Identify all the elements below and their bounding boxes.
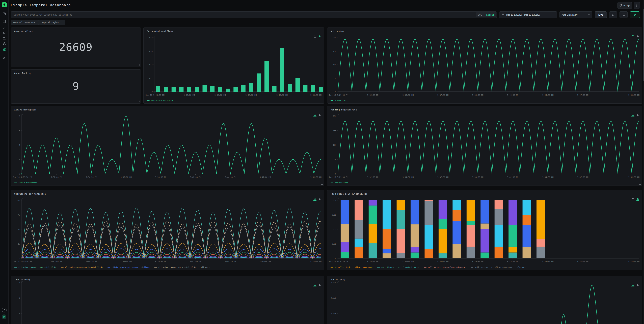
line-chart-toggle-icon[interactable] — [632, 283, 634, 287]
legend-item[interactable]: poll_success_syn..-flow-task-queue — [424, 266, 466, 268]
bar-chart-toggle-icon[interactable] — [636, 197, 639, 201]
chart-type-toggle — [314, 113, 321, 116]
date-range-picker[interactable]: Dec 16 17:29:30 - Dec 16 17:51:30 — [499, 11, 557, 18]
legend-item[interactable]: active namespaces — [14, 182, 38, 184]
svg-text:Dec 16 5:29:30 PM: Dec 16 5:29:30 PM — [329, 261, 348, 263]
dashboards-grid-icon[interactable] — [2, 47, 6, 51]
bar-chart-toggle-icon[interactable] — [318, 35, 321, 38]
task-queue-poll-outcomes-chart[interactable]: 0.20.150.10.050Dec 16 5:29:30 PM5:32:00 … — [328, 198, 641, 264]
app-logo-icon[interactable] — [2, 2, 7, 7]
bar-chart-toggle-icon[interactable] — [318, 198, 321, 201]
pending-requests-chart[interactable]: 20K15K10K5K0Dec 16 5:29:30 PM5:32:00 PM5… — [328, 114, 641, 180]
legend-swatch — [377, 267, 380, 268]
svg-text:0.038: 0.038 — [331, 282, 336, 284]
legend-item[interactable]: poll_success · c..-flow-task-queue — [470, 266, 512, 268]
bar-chart-toggle-icon[interactable] — [636, 284, 639, 287]
sessions-laptop-icon[interactable] — [2, 36, 6, 40]
svg-text:5:44:30 PM: 5:44:30 PM — [542, 176, 554, 178]
legend-item[interactable]: clickpipes-aws-p..-us-east-1.12c4n — [108, 266, 150, 268]
legend-item[interactable]: no_poller_tasks ..-flow-task-queue — [330, 266, 372, 268]
bar-chart-toggle-icon[interactable] — [636, 113, 639, 116]
legend-label: successful workflows — [151, 100, 173, 102]
operations-per-namespace-chart[interactable]: 1007550250Dec 16 5:29:30 PM5:32:00 PM5:3… — [12, 198, 323, 264]
resize-handle[interactable] — [639, 183, 641, 185]
granularity-select[interactable]: Auto Granularity — [560, 11, 592, 18]
line-chart-toggle-icon[interactable] — [632, 198, 634, 201]
legend-more-link[interactable]: +12 more — [201, 266, 210, 268]
legend-label: poll_success · c..-flow-task-queue — [475, 266, 512, 268]
search-table-icon[interactable] — [2, 19, 6, 23]
svg-text:25: 25 — [18, 243, 20, 245]
bar-chart-toggle-icon[interactable] — [636, 35, 639, 38]
legend-item[interactable]: requests/sec — [330, 182, 348, 184]
legend-item[interactable]: successful workflows — [147, 100, 173, 102]
resize-handle[interactable] — [639, 101, 641, 102]
user-avatar[interactable]: D — [2, 315, 6, 319]
lucene-toggle[interactable]: Lucene — [486, 13, 494, 16]
legend-label: poll_success_syn..-flow-task-queue — [428, 266, 466, 268]
resize-handle[interactable] — [321, 101, 323, 102]
legend-item[interactable]: clickpipes-aws-p..outheast-2.12c4n — [154, 266, 196, 268]
svg-text:4: 4 — [19, 282, 20, 284]
legend-item[interactable]: action/sec — [330, 100, 346, 102]
svg-text:5:39:30 PM: 5:39:30 PM — [472, 261, 484, 263]
bar-chart-toggle-icon[interactable] — [318, 113, 321, 116]
line-chart-toggle-icon[interactable] — [314, 113, 316, 116]
svg-text:5:34:30 PM: 5:34:30 PM — [402, 261, 414, 263]
panel-title: Pending requests/sec — [330, 108, 357, 111]
legend-more-link[interactable]: +56 more — [517, 266, 526, 268]
chart-explorer-icon[interactable] — [2, 26, 6, 30]
resize-handle[interactable] — [639, 267, 641, 269]
line-chart-toggle-icon[interactable] — [632, 35, 634, 38]
service-map-icon[interactable] — [2, 41, 6, 45]
p95-latency-chart[interactable]: 0.0380.0290.019 — [328, 281, 641, 324]
settings-gear-icon[interactable] — [2, 56, 6, 60]
line-chart-toggle-icon[interactable] — [632, 113, 634, 116]
panel-title: Open Workflows — [14, 30, 33, 32]
panel-successful-workflows: Successful workflows 0.80.60.40.20Dec 16… — [144, 27, 324, 104]
resize-handle[interactable] — [321, 267, 323, 269]
svg-text:5:44:30 PM: 5:44:30 PM — [225, 261, 236, 263]
svg-text:5:51:00 PM: 5:51:00 PM — [628, 94, 640, 96]
svg-text:0: 0 — [335, 173, 336, 175]
resize-handle[interactable] — [138, 64, 140, 66]
alerts-bell-icon[interactable] — [2, 31, 6, 35]
line-chart-toggle-icon[interactable] — [314, 283, 316, 287]
legend-swatch — [154, 267, 157, 268]
legend-item[interactable]: clickpipes-aws-p..outheast-2.12c4n — [61, 266, 103, 268]
query-language-toggle: SQL | Lucene — [476, 12, 496, 17]
help-button[interactable]: ? — [2, 308, 6, 313]
filter-temporal-namespace[interactable]: Temporal namespace — [11, 20, 42, 25]
tags-button[interactable]: 0 Tags — [618, 2, 632, 9]
run-query-button[interactable] — [630, 11, 640, 18]
filter-edit-button[interactable] — [620, 11, 628, 18]
actions-per-sec-chart[interactable]: 200150100500Dec 16 5:29:30 PM5:32:00 PM5… — [328, 35, 641, 98]
svg-text:8: 8 — [19, 115, 20, 117]
legend-item[interactable]: poll_timeout · c..-flow-task-queue — [377, 266, 419, 268]
resize-handle[interactable] — [138, 101, 140, 102]
legend-item[interactable]: clickpipes-aws-p..-us-east-2.12c4n — [14, 266, 56, 268]
kebab-menu-icon — [636, 4, 637, 7]
resize-handle[interactable] — [321, 183, 323, 185]
bar-chart-toggle-icon[interactable] — [318, 284, 321, 287]
more-options-button[interactable] — [634, 2, 640, 9]
scrollbar-track[interactable] — [643, 0, 644, 324]
task-backlog-chart[interactable]: 432 — [12, 281, 323, 324]
refresh-icon — [612, 13, 615, 16]
svg-text:Dec 16 5:29:30 PM: Dec 16 5:29:30 PM — [146, 94, 164, 96]
active-namespaces-chart[interactable]: 86420Dec 16 5:29:30 PM5:32:00 PM5:34:30 … — [12, 114, 323, 180]
line-chart-toggle-icon[interactable] — [314, 35, 316, 38]
line-chart-toggle-icon[interactable] — [314, 197, 316, 201]
refresh-button[interactable] — [609, 11, 617, 18]
collapse-sidebar-icon[interactable] — [2, 12, 6, 16]
chart-legend: requests/sec — [330, 182, 348, 184]
scrollbar-thumb[interactable] — [643, 9, 644, 81]
live-button[interactable]: Live — [595, 11, 607, 18]
svg-text:0.019: 0.019 — [331, 313, 336, 315]
sql-toggle[interactable]: SQL — [478, 13, 482, 16]
successful-workflows-chart[interactable]: 0.80.60.40.20Dec 16 5:29:30 PM5:34:00 PM… — [145, 35, 323, 98]
search-input[interactable] — [11, 11, 497, 18]
filter-temporal-region[interactable]: Temporal region — [38, 20, 65, 25]
svg-text:5:37:00 PM: 5:37:00 PM — [438, 261, 448, 263]
svg-text:20K: 20K — [333, 115, 336, 117]
